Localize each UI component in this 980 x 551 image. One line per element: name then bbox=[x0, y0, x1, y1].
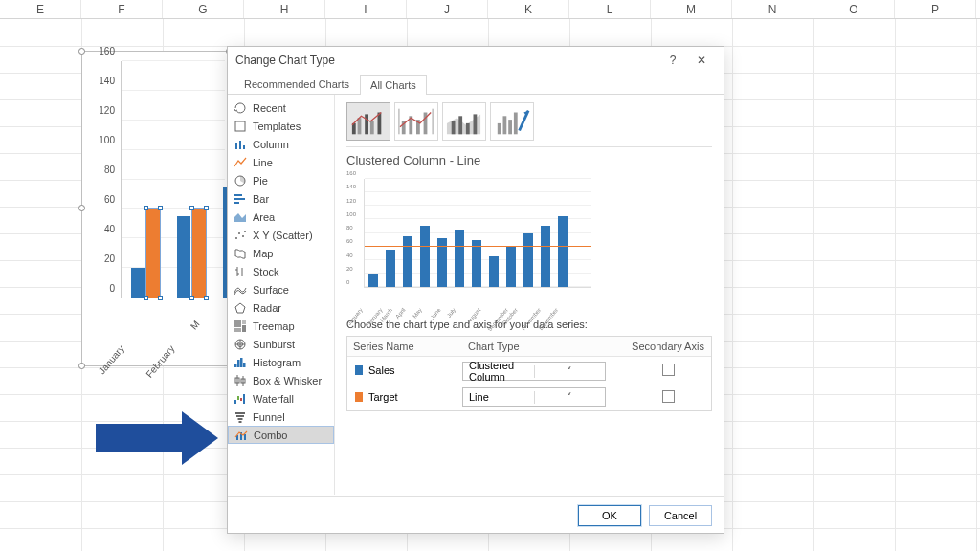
treemap-icon bbox=[234, 320, 247, 333]
cancel-button[interactable]: Cancel bbox=[649, 505, 712, 526]
chart-category-map[interactable]: Map bbox=[228, 244, 334, 262]
combo-subtype-row bbox=[346, 102, 712, 141]
svg-rect-61 bbox=[498, 123, 501, 134]
subtype-name-label: Clustered Column - Line bbox=[346, 153, 712, 167]
close-button[interactable]: ✕ bbox=[687, 54, 716, 67]
secondary-axis-checkbox-target[interactable] bbox=[662, 390, 675, 403]
combo-icon bbox=[234, 429, 248, 442]
chart-category-box-whisker[interactable]: Box & Whisker bbox=[228, 371, 334, 389]
svg-rect-48 bbox=[370, 121, 374, 134]
series-type-dropdown-target[interactable]: Line˅ bbox=[462, 387, 606, 407]
map-icon bbox=[234, 247, 247, 260]
chart-category-x-y-scatter-[interactable]: X Y (Scatter) bbox=[228, 226, 334, 244]
histogram-icon bbox=[234, 356, 247, 369]
chart-category-recent[interactable]: Recent bbox=[228, 99, 334, 117]
tab-all-charts[interactable]: All Charts bbox=[360, 75, 427, 95]
col-header[interactable]: H bbox=[244, 0, 325, 18]
svg-rect-0 bbox=[235, 121, 245, 131]
chart-category-line[interactable]: Line bbox=[228, 153, 334, 171]
change-chart-type-dialog: Change Chart Type ? ✕ Recommended Charts… bbox=[227, 46, 724, 534]
area-icon bbox=[234, 210, 247, 224]
chart-category-treemap[interactable]: Treemap bbox=[228, 317, 334, 335]
col-header[interactable]: I bbox=[325, 0, 407, 18]
ok-button[interactable]: OK bbox=[578, 505, 641, 526]
chart-bar-target-jan[interactable] bbox=[146, 209, 160, 298]
svg-rect-1 bbox=[235, 143, 237, 149]
chart-category-templates[interactable]: Templates bbox=[228, 117, 334, 135]
tab-recommended-charts[interactable]: Recommended Charts bbox=[234, 74, 360, 94]
chart-preview[interactable]: 020406080100120140160JanuaryFebruaryMarc… bbox=[346, 175, 595, 309]
col-header[interactable]: G bbox=[163, 0, 244, 18]
col-header[interactable]: P bbox=[895, 0, 976, 18]
chart-category-pie[interactable]: Pie bbox=[228, 171, 334, 189]
radar-icon bbox=[234, 301, 247, 315]
chart-category-stock[interactable]: Stock bbox=[228, 262, 334, 280]
chart-category-column[interactable]: Column bbox=[228, 135, 334, 153]
category-label: Map bbox=[253, 248, 273, 259]
category-label: Column bbox=[253, 139, 289, 150]
svg-rect-29 bbox=[243, 363, 246, 367]
chart-category-histogram[interactable]: Histogram bbox=[228, 353, 334, 371]
svg-rect-37 bbox=[243, 394, 245, 404]
category-label: Stock bbox=[253, 266, 279, 277]
chart-category-area[interactable]: Area bbox=[228, 208, 334, 226]
svg-rect-58 bbox=[458, 116, 462, 134]
chart-category-sunburst[interactable]: Sunburst bbox=[228, 335, 334, 353]
chart-y-axis: 0 20 40 60 80 100 120 140 160 bbox=[92, 61, 119, 298]
svg-rect-26 bbox=[234, 364, 237, 367]
chart-category-bar[interactable]: Bar bbox=[228, 189, 334, 208]
category-label: Templates bbox=[253, 121, 301, 132]
chart-bar-sales-jan[interactable] bbox=[131, 268, 145, 298]
subtype-clustered-column-line[interactable] bbox=[346, 102, 390, 141]
svg-rect-27 bbox=[237, 360, 240, 367]
svg-rect-59 bbox=[466, 123, 470, 134]
series-swatch bbox=[355, 392, 363, 402]
dialog-tabs: Recommended Charts All Charts bbox=[228, 74, 724, 95]
subtype-custom-combo[interactable] bbox=[490, 102, 534, 141]
chart-category-radar[interactable]: Radar bbox=[228, 298, 334, 317]
svg-rect-18 bbox=[234, 320, 241, 327]
col-header[interactable]: O bbox=[813, 0, 895, 18]
chart-category-surface[interactable]: Surface bbox=[228, 280, 334, 298]
chart-category-funnel[interactable]: Funnel bbox=[228, 408, 334, 426]
category-label: Funnel bbox=[253, 411, 285, 423]
svg-rect-46 bbox=[358, 118, 362, 134]
svg-rect-38 bbox=[235, 412, 245, 414]
svg-rect-20 bbox=[242, 325, 246, 332]
category-label: Sunburst bbox=[253, 339, 295, 350]
secondary-axis-checkbox-sales[interactable] bbox=[662, 364, 675, 376]
svg-rect-39 bbox=[236, 415, 244, 417]
col-header[interactable]: M bbox=[651, 0, 732, 18]
subtype-clustered-column-line-secondary[interactable] bbox=[394, 102, 438, 141]
col-header[interactable]: J bbox=[407, 0, 488, 18]
svg-rect-62 bbox=[503, 116, 507, 134]
help-button[interactable]: ? bbox=[658, 54, 687, 67]
col-header[interactable]: F bbox=[81, 0, 163, 18]
chart-x-label: M bbox=[189, 319, 202, 331]
svg-rect-2 bbox=[239, 141, 241, 149]
col-header[interactable]: N bbox=[732, 0, 813, 18]
subtype-stacked-area-column[interactable] bbox=[442, 102, 486, 141]
category-label: Radar bbox=[253, 302, 281, 314]
stock-icon bbox=[234, 265, 247, 278]
chart-category-combo[interactable]: Combo bbox=[228, 426, 334, 444]
col-header[interactable]: E bbox=[0, 0, 81, 18]
category-label: Pie bbox=[253, 175, 268, 187]
col-header[interactable]: L bbox=[569, 0, 651, 18]
series-header-type: Chart Type bbox=[462, 337, 625, 356]
svg-rect-47 bbox=[365, 114, 368, 134]
line-icon bbox=[234, 156, 247, 169]
annotation-arrow bbox=[96, 411, 218, 465]
embedded-chart[interactable]: 0 20 40 60 80 100 120 140 160 bbox=[81, 51, 230, 366]
chart-category-waterfall[interactable]: Waterfall bbox=[228, 389, 334, 408]
series-type-dropdown-sales[interactable]: Clustered Column˅ bbox=[462, 362, 606, 381]
column-headers: E F G H I J K L M N O P bbox=[0, 0, 980, 19]
svg-rect-57 bbox=[452, 121, 456, 134]
dialog-footer: OK Cancel bbox=[228, 496, 724, 533]
svg-rect-53 bbox=[424, 113, 428, 135]
svg-rect-34 bbox=[234, 400, 236, 404]
dialog-titlebar: Change Chart Type ? ✕ bbox=[228, 47, 724, 74]
chart-bar-target-feb[interactable] bbox=[192, 209, 206, 298]
col-header[interactable]: K bbox=[488, 0, 569, 18]
chart-bar-sales-feb[interactable] bbox=[177, 216, 190, 298]
